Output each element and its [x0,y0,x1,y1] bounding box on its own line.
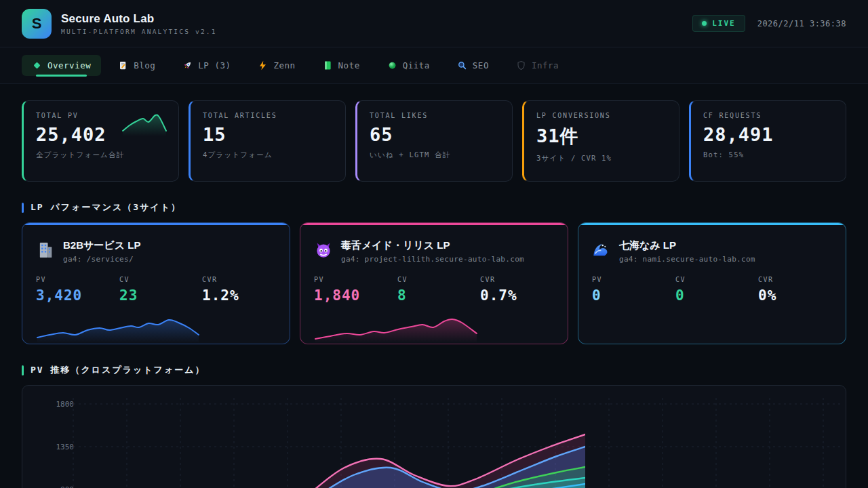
shield-icon [516,60,526,70]
pv-trend-chart: 18001350900 [22,385,846,488]
green-circle-icon [387,60,397,70]
tab-blog[interactable]: Blog [108,55,165,76]
metric-value-cvr: 0.7% [480,287,554,304]
metric-value-pv: 0 [592,287,675,304]
tab-note[interactable]: Note [313,55,370,76]
lp-card-title: 七海なみ LP [619,239,755,252]
lp-sparkline [36,310,201,343]
metric-value-cvr: 1.2% [202,287,276,304]
magnifier-icon [457,60,467,70]
clock-timestamp: 2026/2/11 3:36:38 [757,19,846,28]
lp-card-lilith: 毒舌メイド・リリス LP ga4: project-lilith.secure-… [300,222,568,344]
tab-label: SEO [473,60,489,70]
metric-label-pv: PV [314,276,397,283]
lp-sparkline [314,310,479,343]
diamond-icon [32,60,42,70]
metric-label-cvr: CVR [480,276,554,283]
live-dot-icon [702,21,707,26]
stat-card-total-pv: TOTAL PV 25,402 全プラットフォーム合計 [22,100,179,182]
metric-value-pv: 3,420 [36,287,119,304]
tab-label: Note [338,60,360,70]
app-logo: S [22,9,52,39]
stat-sub: 全プラットフォーム合計 [36,150,166,161]
stat-value: 15 [203,124,333,145]
metric-label-pv: PV [592,276,675,283]
stat-sub: 4プラットフォーム [203,150,333,161]
lp-card-title: 毒舌メイド・リリス LP [341,239,524,252]
lp-card-ga4: ga4: project-lilith.secure-auto-lab.com [341,255,524,264]
tab-label: Overview [47,60,91,70]
metric-value-cv: 0 [675,287,758,304]
stat-sparkline [121,112,167,136]
stat-label: TOTAL LIKES [370,112,500,119]
building-icon [36,241,55,260]
imp-icon [314,241,333,260]
tab-label: Blog [134,60,155,70]
green-book-icon [323,60,333,70]
metric-value-cv: 23 [119,287,202,304]
stat-card-total-likes: TOTAL LIKES 65 いいね + LGTM 合計 [355,100,513,182]
tab-seo[interactable]: SEO [447,55,499,76]
stat-card-total-articles: TOTAL ARTICLES 15 4プラットフォーム [189,100,346,182]
metric-label-cvr: CVR [758,276,832,283]
tab-zenn[interactable]: Zenn [248,55,305,76]
zap-icon [258,60,268,70]
stats-row: TOTAL PV 25,402 全プラットフォーム合計 TOTAL ARTICL… [22,100,846,182]
metric-value-cv: 8 [397,287,480,304]
lp-card-accent-bar [578,223,846,225]
main-nav: Overview Blog LP (3) Zenn [0,47,868,84]
stat-sub: いいね + LGTM 合計 [370,150,500,161]
lp-cards-row: B2Bサービス LP ga4: /services/ PV 3,420 CV 2… [22,222,846,344]
stat-value: 31件 [536,124,667,148]
section-title: LP パフォーマンス（3サイト） [31,201,181,214]
lp-card-nami: 七海なみ LP ga4: nami.secure-auto-lab.com PV… [578,222,846,344]
app-header: S Secure Auto Lab MULTI-PLATFORM ANALYTI… [0,0,868,47]
tab-label: Zenn [273,60,295,70]
lp-section-heading: LP パフォーマンス（3サイト） [22,202,846,213]
tab-label: Qiita [403,60,430,70]
tab-label: LP (3) [198,60,231,70]
stat-label: LP CONVERSIONS [536,112,667,119]
memo-icon [118,60,128,70]
tab-qiita[interactable]: Qiita [377,55,440,76]
tab-label: Infra [532,60,559,70]
stat-value: 28,491 [703,124,833,145]
tab-infra[interactable]: Infra [506,55,569,76]
live-badge: LIVE [692,15,745,32]
tab-lp[interactable]: LP (3) [172,55,241,76]
stat-label: CF REQUESTS [703,112,833,119]
metric-label-cvr: CVR [202,276,276,283]
stat-label: TOTAL ARTICLES [203,112,333,119]
metric-label-cv: CV [675,276,758,283]
lp-card-title: B2Bサービス LP [63,239,140,252]
lp-card-accent-bar [22,223,290,225]
lp-card-ga4: ga4: nami.secure-auto-lab.com [619,255,755,264]
metric-value-pv: 1,840 [314,287,397,304]
stat-sub: 3サイト / CVR 1% [536,153,667,164]
heading-accent-bar [22,203,24,213]
stat-card-cf-requests: CF REQUESTS 28,491 Bot: 55% [689,100,846,182]
stat-value: 65 [370,124,500,145]
metric-label-cv: CV [119,276,202,283]
rocket-icon [182,60,193,70]
metric-label-cv: CV [397,276,480,283]
section-title: PV 推移（クロスプラットフォーム） [31,364,205,376]
heading-accent-bar [22,365,24,375]
stat-sub: Bot: 55% [703,150,833,161]
page-title: Secure Auto Lab [61,12,217,26]
lp-card-accent-bar [300,223,568,225]
wave-icon [592,241,611,260]
metric-label-pv: PV [36,276,119,283]
page-subtitle: MULTI-PLATFORM ANALYTICS v2.1 [61,28,217,35]
tab-overview[interactable]: Overview [22,55,101,76]
lp-card-b2b: B2Bサービス LP ga4: /services/ PV 3,420 CV 2… [22,222,290,344]
pv-section-heading: PV 推移（クロスプラットフォーム） [22,365,846,375]
stat-card-lp-conversions: LP CONVERSIONS 31件 3サイト / CVR 1% [522,100,679,182]
lp-card-ga4: ga4: /services/ [63,255,140,264]
metric-value-cvr: 0% [758,287,832,304]
live-label: LIVE [712,19,736,28]
